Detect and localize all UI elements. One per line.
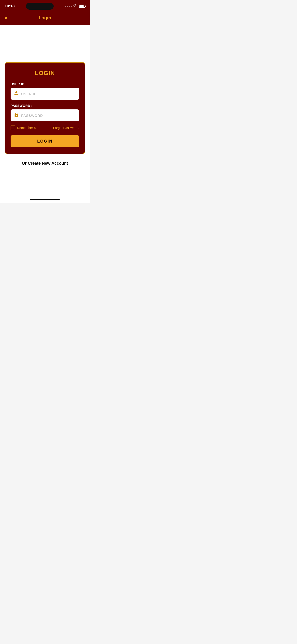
app-header: « Login: [0, 12, 90, 25]
options-row: Remember Me Forgot Password?: [10, 126, 79, 130]
forgot-password-link[interactable]: Forgot Password?: [53, 126, 79, 130]
create-account-text: Or Create New Account: [22, 161, 68, 166]
battery-icon: [79, 4, 85, 8]
login-button[interactable]: LOGIN: [10, 135, 79, 147]
user-icon: [14, 91, 19, 97]
lock-icon: [14, 112, 19, 118]
main-content: LOGIN USER ID : PASSWORD :: [0, 53, 90, 175]
card-title: LOGIN: [10, 70, 79, 77]
page-title: Login: [39, 15, 51, 20]
userid-input[interactable]: [21, 92, 76, 96]
bottom-spacer: [0, 175, 90, 194]
userid-input-wrapper: [10, 88, 79, 100]
signal-icon: [65, 6, 72, 7]
remember-me-label: Remember Me: [17, 126, 38, 130]
status-icons: [65, 4, 85, 8]
userid-label: USER ID :: [10, 82, 79, 86]
remember-me-checkbox[interactable]: [10, 126, 15, 130]
svg-point-0: [74, 6, 75, 7]
password-input[interactable]: [21, 114, 76, 118]
back-button[interactable]: «: [4, 15, 7, 20]
status-time: 10:18: [4, 4, 14, 8]
remember-me-option[interactable]: Remember Me: [10, 126, 38, 130]
wifi-icon: [73, 4, 77, 8]
top-spacer: [0, 25, 90, 53]
home-indicator: [0, 194, 90, 203]
password-label: PASSWORD :: [10, 104, 79, 108]
dynamic-island: [26, 3, 54, 10]
login-card: LOGIN USER ID : PASSWORD :: [4, 62, 85, 154]
create-account-section: Or Create New Account: [22, 161, 68, 166]
password-input-wrapper: [10, 110, 79, 122]
status-bar: 10:18: [0, 0, 90, 12]
home-bar: [30, 199, 60, 200]
